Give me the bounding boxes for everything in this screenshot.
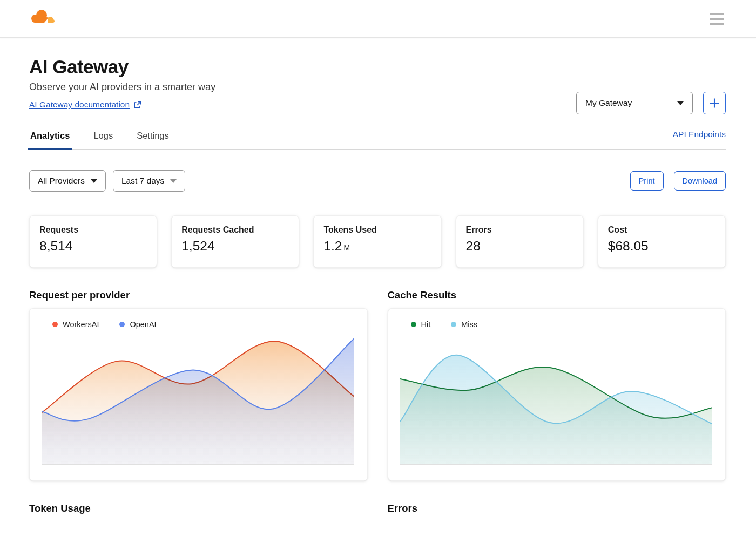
stat-card-errors: Errors 28 (456, 215, 584, 268)
external-link-icon (133, 101, 141, 109)
stat-label: Requests (39, 225, 147, 235)
cloudflare-logo[interactable] (30, 8, 59, 30)
legend-item-miss: Miss (451, 320, 477, 329)
provider-filter-select[interactable]: All Providers (29, 170, 106, 192)
chart-title-cache-results: Cache Results (388, 289, 726, 301)
documentation-link[interactable]: AI Gateway documentation (29, 100, 141, 110)
provider-filter-value: All Providers (38, 176, 85, 186)
chevron-down-icon (170, 179, 177, 183)
stat-value: 1,524 (181, 239, 289, 254)
date-range-value: Last 7 days (122, 176, 164, 186)
stat-value: 8,514 (39, 239, 147, 254)
stat-value: $68.05 (608, 239, 716, 254)
stat-card-requests-cached: Requests Cached 1,524 (171, 215, 299, 268)
request-per-provider-chart (42, 334, 354, 465)
chevron-down-icon (91, 179, 97, 183)
miss-dot-icon (451, 322, 456, 327)
tab-analytics[interactable]: Analytics (29, 127, 71, 149)
gateway-select[interactable]: My Gateway (576, 92, 693, 114)
stats-row: Requests 8,514 Requests Cached 1,524 Tok… (29, 215, 726, 268)
cache-results-chart (400, 334, 713, 465)
add-gateway-button[interactable] (703, 92, 726, 114)
menu-icon[interactable] (708, 11, 725, 27)
stat-card-tokens-used: Tokens Used 1.2M (313, 215, 441, 268)
tab-logs[interactable]: Logs (92, 127, 114, 149)
page-header: AI Gateway Observe your AI providers in … (29, 56, 726, 114)
cloudflare-logo-icon (30, 8, 59, 28)
main-content: AI Gateway Observe your AI providers in … (0, 56, 756, 514)
stat-value: 1.2M (323, 239, 431, 254)
request-per-provider-card: WorkersAI OpenAI (29, 308, 368, 481)
chart-title-token-usage: Token Usage (29, 503, 368, 514)
tab-bar: Analytics Logs Settings API Endpoints (29, 127, 726, 150)
page-title: AI Gateway (29, 56, 215, 78)
download-button[interactable]: Download (674, 171, 726, 191)
top-nav (0, 0, 756, 38)
chevron-down-icon (677, 101, 684, 105)
stat-value: 28 (466, 239, 573, 254)
api-endpoints-link[interactable]: API Endpoints (673, 130, 726, 149)
legend-item-workersai: WorkersAI (52, 320, 99, 329)
print-button[interactable]: Print (630, 171, 664, 191)
stat-label: Requests Cached (181, 225, 289, 235)
hit-dot-icon (411, 322, 416, 327)
stat-label: Tokens Used (323, 225, 431, 235)
workersai-dot-icon (52, 322, 58, 327)
filter-row: All Providers Last 7 days Print Download (29, 170, 726, 192)
date-range-select[interactable]: Last 7 days (113, 170, 185, 192)
charts-section: Request per provider WorkersAI OpenAI (29, 289, 726, 481)
chart-legend: Hit Miss (400, 320, 713, 329)
openai-dot-icon (119, 322, 125, 327)
chart-legend: WorkersAI OpenAI (42, 320, 354, 329)
stat-unit: M (343, 243, 350, 252)
chart-title-errors: Errors (388, 503, 726, 514)
page-subtitle: Observe your AI providers in a smarter w… (29, 82, 215, 93)
stat-card-cost: Cost $68.05 (598, 215, 726, 268)
stat-label: Errors (466, 225, 573, 235)
stat-card-requests: Requests 8,514 (29, 215, 157, 268)
tab-settings[interactable]: Settings (136, 127, 170, 149)
chart-title-request-per-provider: Request per provider (29, 289, 368, 301)
legend-item-hit: Hit (411, 320, 431, 329)
gateway-select-value: My Gateway (585, 98, 632, 108)
stat-label: Cost (608, 225, 716, 235)
legend-item-openai: OpenAI (119, 320, 156, 329)
plus-icon (708, 97, 720, 109)
cache-results-card: Hit Miss (388, 308, 726, 481)
